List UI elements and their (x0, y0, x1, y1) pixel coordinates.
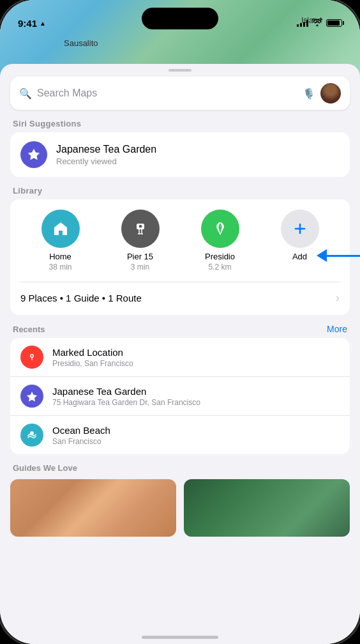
recent-title-1: Japanese Tea Garden (52, 386, 200, 397)
add-icon-circle (281, 210, 319, 248)
library-home-label: Home (49, 252, 71, 261)
recents-more-button[interactable]: More (327, 324, 347, 334)
guides-cards-row (0, 479, 360, 537)
library-pier-sublabel: 3 min (131, 263, 149, 272)
signal-icon (297, 19, 308, 27)
recent-subtitle-1: 75 Hagiwara Tea Garden Dr, San Francisco (52, 398, 200, 407)
search-input[interactable]: Search Maps (37, 88, 297, 99)
siri-suggestions-label: Siri Suggestions (0, 110, 360, 132)
library-item-pier[interactable]: Pier 15 3 min (118, 210, 163, 272)
arrow-head-icon (317, 249, 327, 262)
avatar[interactable] (320, 83, 341, 103)
svg-point-3 (31, 355, 33, 357)
suggestion-star-icon (20, 141, 47, 168)
library-presidio-sublabel: 5.2 km (208, 263, 231, 272)
library-item-presidio[interactable]: Presidio 5.2 km (198, 210, 243, 272)
blue-tutorial-arrow (317, 249, 360, 262)
search-bar[interactable]: 🔍 Search Maps 🎙️ (10, 77, 350, 110)
recent-item-ocean-beach[interactable]: Ocean Beach San Francisco (10, 415, 350, 454)
pier-icon-circle (121, 210, 160, 248)
recent-subtitle-2: San Francisco (52, 437, 110, 446)
library-add-label: Add (292, 252, 307, 261)
library-icons-row: Home 38 min Pier 15 3 min (20, 210, 340, 272)
recents-header: Recents More (0, 315, 360, 338)
map-sausalito-label: Sausalito (64, 38, 98, 48)
content-sheet: 🔍 Search Maps 🎙️ Siri Suggestions Japane… (0, 64, 360, 644)
recent-item-tea-garden[interactable]: Japanese Tea Garden 75 Hagiwara Tea Gard… (10, 376, 350, 415)
svg-point-5 (30, 431, 34, 435)
siri-suggestion-item[interactable]: Japanese Tea Garden Recently viewed (10, 132, 350, 177)
recent-subtitle-0: Presidio, San Francisco (52, 359, 133, 368)
chevron-right-icon: › (336, 291, 340, 305)
recents-section-label: Recents (13, 325, 45, 334)
recent-text-ocean-beach: Ocean Beach San Francisco (52, 425, 110, 446)
recent-item-marked-location[interactable]: Marked Location Presidio, San Francisco (10, 338, 350, 376)
tea-garden-icon (20, 385, 43, 408)
library-card: Home 38 min Pier 15 3 min (10, 199, 350, 315)
recents-card: Marked Location Presidio, San Francisco … (10, 338, 350, 454)
status-icons (297, 19, 342, 28)
presidio-icon-circle (201, 210, 239, 248)
siri-suggestion-card: Japanese Tea Garden Recently viewed (10, 132, 350, 177)
suggestion-subtitle: Recently viewed (56, 157, 156, 166)
library-pier-label: Pier 15 (127, 252, 153, 261)
recent-title-0: Marked Location (52, 347, 133, 358)
library-presidio-label: Presidio (205, 252, 235, 261)
phone-frame: Sausalito Island 9:41 ▲ (0, 0, 360, 644)
library-footer[interactable]: 9 Places • 1 Guide • 1 Route › (20, 282, 340, 305)
suggestion-title: Japanese Tea Garden (56, 144, 156, 155)
recent-text-marked-location: Marked Location Presidio, San Francisco (52, 347, 133, 368)
library-label: Library (0, 177, 360, 199)
library-item-add[interactable]: Add (278, 210, 322, 272)
battery-icon (326, 19, 342, 27)
library-item-home[interactable]: Home 38 min (38, 210, 83, 272)
search-icon: 🔍 (19, 88, 32, 100)
library-footer-text: 9 Places • 1 Guide • 1 Route (20, 293, 142, 303)
svg-rect-4 (31, 358, 33, 360)
recent-text-tea-garden: Japanese Tea Garden 75 Hagiwara Tea Gard… (52, 386, 200, 407)
home-indicator (142, 636, 218, 639)
dynamic-island (142, 8, 218, 29)
ocean-beach-icon (20, 424, 43, 447)
guide-card-food[interactable] (10, 479, 176, 537)
guides-section-label: Guides We Love (0, 454, 360, 479)
microphone-icon[interactable]: 🎙️ (303, 88, 315, 100)
guide-card-nature[interactable] (184, 479, 350, 537)
status-time: 9:41 ▲ (18, 18, 46, 29)
suggestion-text: Japanese Tea Garden Recently viewed (56, 144, 156, 166)
library-home-sublabel: 38 min (49, 263, 71, 272)
wifi-icon (312, 19, 322, 28)
marked-location-icon (20, 346, 43, 369)
sheet-handle (169, 69, 191, 72)
home-icon-circle (41, 210, 80, 248)
location-arrow-icon: ▲ (40, 20, 46, 27)
recent-title-2: Ocean Beach (52, 425, 110, 436)
arrow-line (327, 255, 360, 257)
library-add-sublabel (299, 263, 301, 272)
